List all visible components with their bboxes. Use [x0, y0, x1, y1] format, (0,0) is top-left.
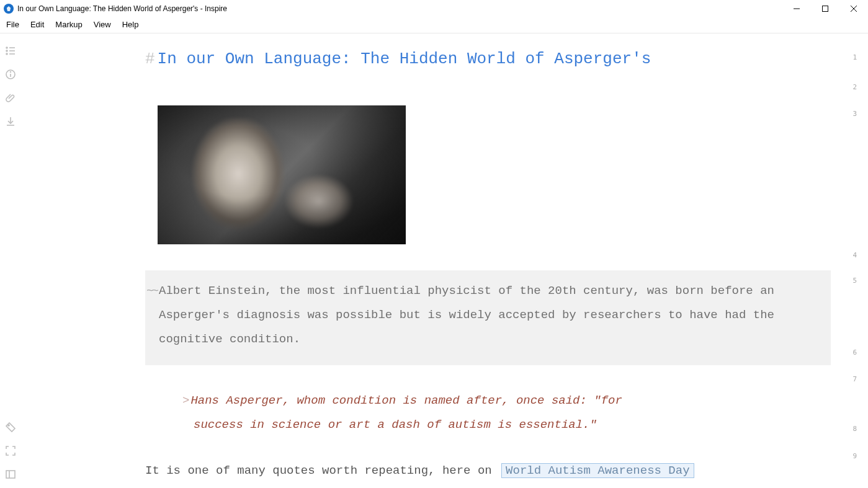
app-icon [4, 4, 14, 14]
line-number: 1 [852, 53, 857, 61]
line-number: 2 [852, 83, 857, 91]
quote-line-1: Hans Asperger, whom condition is named a… [190, 394, 622, 407]
menubar: File Edit Markup View Help [0, 17, 868, 33]
close-button[interactable] [839, 0, 868, 17]
link-highlight[interactable]: World Autism Awareness Day [501, 463, 694, 478]
titlebar: In our Own Language: The Hidden World of… [0, 0, 868, 17]
attachment-icon[interactable] [4, 92, 17, 104]
menu-edit[interactable]: Edit [30, 20, 44, 29]
line-number: 7 [852, 375, 857, 383]
window-controls [782, 0, 868, 17]
editor-area[interactable]: 1 2 3 4 5 6 7 8 9 #In our Own Language: … [21, 33, 868, 487]
svg-point-6 [6, 50, 7, 51]
svg-point-12 [11, 72, 11, 73]
svg-rect-16 [6, 471, 15, 478]
panel-icon[interactable] [4, 468, 17, 481]
heading-text: In our Own Language: The Hidden World of… [158, 50, 651, 68]
maximize-button[interactable] [811, 0, 839, 17]
line-number: 6 [852, 348, 857, 357]
strikethrough-paragraph[interactable]: ~~ Albert Einstein, the most influential… [145, 270, 831, 365]
tag-icon[interactable] [4, 421, 17, 433]
line-number: 9 [852, 452, 857, 460]
embedded-image[interactable] [158, 105, 406, 244]
heading-marker: # [145, 50, 155, 68]
body-text: It is one of many quotes worth repeating… [145, 464, 499, 477]
document-heading[interactable]: #In our Own Language: The Hidden World o… [145, 50, 831, 68]
info-icon[interactable] [4, 68, 17, 81]
svg-point-4 [6, 47, 7, 48]
line-number: 4 [852, 251, 857, 259]
body-paragraph[interactable]: It is one of many quotes worth repeating… [145, 463, 831, 478]
fullscreen-icon[interactable] [4, 445, 17, 457]
window-title: In our Own Language: The Hidden World of… [17, 4, 227, 13]
menu-help[interactable]: Help [122, 20, 139, 29]
quote-line-2: success in science or art a dash of auti… [194, 418, 597, 432]
line-number: 3 [852, 110, 857, 118]
menu-file[interactable]: File [6, 20, 19, 29]
menu-markup[interactable]: Markup [55, 20, 82, 29]
minimize-button[interactable] [782, 0, 811, 17]
download-icon[interactable] [4, 115, 17, 128]
left-toolbar [0, 33, 21, 487]
quote-marker: > [182, 394, 189, 407]
svg-point-8 [6, 53, 7, 55]
outline-icon[interactable] [4, 45, 17, 57]
line-number: 8 [852, 425, 857, 433]
line-number: 5 [852, 277, 857, 285]
svg-point-15 [8, 425, 9, 426]
menu-view[interactable]: View [94, 20, 111, 29]
strike-text: Albert Einstein, the most influential ph… [159, 284, 774, 346]
blockquote[interactable]: >Hans Asperger, whom condition is named … [182, 389, 831, 437]
svg-rect-1 [823, 6, 828, 12]
strike-marker: ~~ [146, 279, 157, 303]
